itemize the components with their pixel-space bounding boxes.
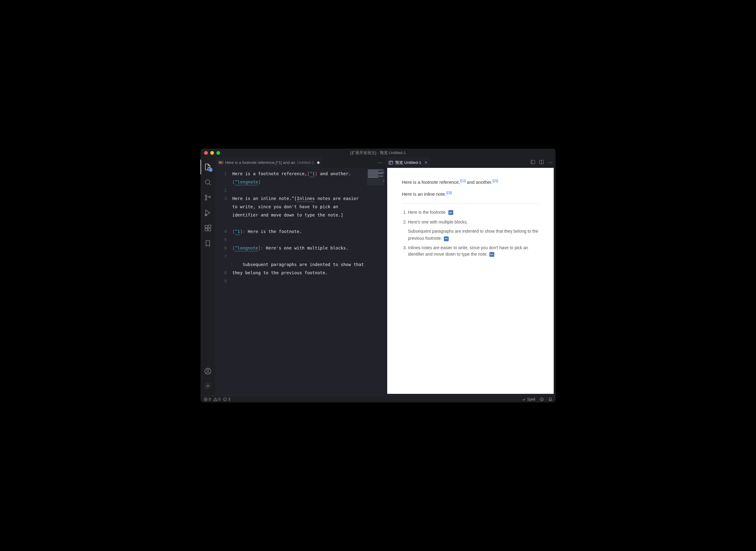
line-number: 7 — [215, 252, 227, 269]
svg-point-19 — [541, 399, 541, 399]
line-number: 1 — [215, 170, 227, 186]
line-number: 9 — [215, 277, 227, 285]
editor-tab-actions: ⋯ — [374, 160, 386, 165]
maximize-window-button[interactable] — [216, 151, 220, 155]
svg-point-12 — [207, 385, 209, 387]
status-errors[interactable]: 0 — [204, 397, 211, 402]
line-number: 8 — [215, 269, 227, 277]
bookmark-icon[interactable] — [201, 236, 215, 251]
line-number-gutter: 1 2 3 4 5 6 7 8 9 — [215, 168, 232, 396]
status-warnings[interactable]: 0 — [213, 397, 221, 402]
tab-filename: Untitled-1 — [297, 160, 314, 165]
editor-tabs: M↓ Here is a footnote reference,[^1] and… — [215, 157, 386, 168]
explorer-icon[interactable]: 1 — [201, 160, 215, 174]
dirty-indicator-icon — [317, 161, 319, 164]
tab-title: Here is a footnote reference,[^1] and an — [225, 160, 295, 165]
workbench-body: 1 — [201, 157, 555, 396]
footnotes-list: Here is the footnote. ↩ Here's one with … — [402, 209, 539, 257]
status-info[interactable]: 3 — [223, 397, 230, 402]
preview-icon — [389, 160, 393, 165]
footnote-ref-link[interactable]: [[2]] — [492, 179, 498, 182]
backlink-icon[interactable]: ↩ — [448, 210, 453, 215]
preview-tabs: 预览 Untitled-1 ✕ ⋯ — [386, 157, 555, 168]
app-window: [扩展开发宿主] - 预览 Untitled-1 1 — [201, 149, 555, 402]
close-window-button[interactable] — [204, 151, 208, 155]
source-control-icon[interactable] — [201, 190, 215, 205]
svg-point-1 — [205, 180, 210, 184]
status-bell-icon[interactable] — [548, 397, 552, 402]
more-actions-icon[interactable]: ⋯ — [548, 160, 552, 166]
settings-gear-icon[interactable] — [201, 379, 215, 393]
check-icon — [522, 397, 526, 402]
titlebar: [扩展开发宿主] - 预览 Untitled-1 — [201, 149, 555, 157]
divider — [402, 203, 539, 204]
footnote-ref-link[interactable]: [[3]] — [446, 191, 452, 194]
status-spell[interactable]: Spell — [522, 397, 535, 402]
editor-area: M↓ Here is a footnote reference,[^1] and… — [215, 157, 555, 396]
svg-rect-7 — [205, 228, 208, 231]
extensions-icon[interactable] — [201, 221, 215, 235]
run-debug-icon[interactable] — [201, 205, 215, 220]
preview-paragraph: Here is a footnote reference,[[1]] and a… — [402, 178, 539, 186]
svg-rect-8 — [208, 228, 211, 231]
svg-rect-6 — [205, 225, 208, 228]
preview-tab-title: 预览 Untitled-1 — [395, 160, 421, 165]
source-editor-group: M↓ Here is a footnote reference,[^1] and… — [215, 157, 386, 396]
svg-point-3 — [205, 199, 207, 200]
minimap[interactable] — [367, 169, 384, 185]
preview-editor-group: 预览 Untitled-1 ✕ ⋯ Here is a footnote ref… — [386, 157, 555, 396]
code-content[interactable]: Here is a footnote reference,[^1] and an… — [232, 168, 386, 396]
footnote-ref-link[interactable]: [[1]] — [460, 179, 466, 182]
footnote-item: Inlines notes are easier to write, since… — [408, 244, 539, 257]
traffic-lights — [204, 151, 220, 155]
preview-tab[interactable]: 预览 Untitled-1 ✕ — [386, 157, 431, 168]
activity-bar-bottom — [201, 364, 215, 396]
preview-content[interactable]: Here is a footnote reference,[[1]] and a… — [387, 168, 554, 394]
explorer-badge: 1 — [208, 167, 213, 172]
account-icon[interactable] — [201, 364, 215, 379]
svg-point-20 — [542, 399, 542, 399]
svg-point-2 — [205, 195, 207, 196]
window-title: [扩展开发宿主] - 预览 Untitled-1 — [350, 150, 406, 156]
close-icon[interactable]: ✕ — [424, 160, 428, 165]
line-number: 2 — [215, 186, 227, 194]
minimize-window-button[interactable] — [210, 151, 214, 155]
backlink-icon[interactable]: ↩ — [489, 252, 494, 257]
svg-rect-14 — [531, 160, 535, 164]
editor-tab[interactable]: M↓ Here is a footnote reference,[^1] and… — [215, 157, 323, 168]
search-icon[interactable] — [201, 175, 215, 189]
footnote-item: Here is the footnote. ↩ — [408, 209, 539, 215]
warning-icon — [213, 397, 218, 402]
error-icon — [204, 397, 208, 402]
status-bar: 0 0 3 Spell — [201, 396, 555, 402]
split-editor-icon[interactable] — [539, 160, 544, 166]
backlink-icon[interactable]: ↩ — [444, 236, 449, 241]
more-actions-icon[interactable]: ⋯ — [377, 160, 382, 165]
svg-rect-13 — [389, 161, 393, 164]
preview-tab-actions: ⋯ — [527, 160, 555, 166]
show-source-icon[interactable] — [530, 160, 535, 166]
markdown-badge: M↓ — [218, 161, 223, 164]
svg-point-11 — [207, 369, 209, 372]
svg-point-18 — [540, 398, 544, 401]
line-number: 3 — [215, 194, 227, 227]
editor-body[interactable]: 1 2 3 4 5 6 7 8 9 Here is a footnote ref… — [215, 168, 386, 396]
line-number: 4 — [215, 227, 227, 236]
status-feedback-icon[interactable] — [540, 397, 544, 402]
line-number: 5 — [215, 236, 227, 244]
svg-rect-9 — [208, 225, 211, 227]
preview-paragraph: Here is an inline note.[[3]] — [402, 189, 539, 198]
activity-bar: 1 — [201, 157, 215, 396]
info-icon — [223, 397, 227, 402]
footnote-item: Here's one with multiple blocks. Subsequ… — [408, 218, 539, 241]
line-number: 6 — [215, 244, 227, 252]
svg-point-4 — [209, 196, 211, 198]
